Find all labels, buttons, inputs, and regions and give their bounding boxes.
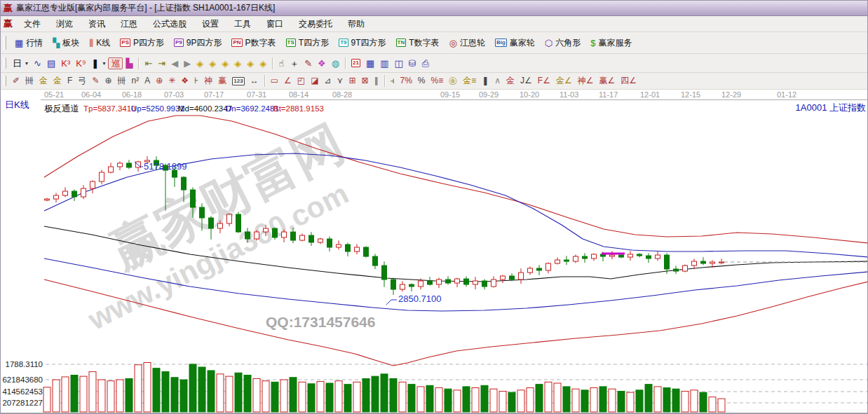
- kline-3-button[interactable]: K³: [58, 57, 73, 69]
- winner-service-button[interactable]: $赢家服务: [585, 35, 637, 51]
- gann-circle-tool[interactable]: ⊕: [102, 75, 114, 87]
- dropdown-arrow-icon[interactable]: ▾: [102, 60, 105, 67]
- period-day-dropdown[interactable]: 日▾: [10, 57, 31, 69]
- gold-box-tool[interactable]: 金: [503, 75, 517, 87]
- f-grid-tool[interactable]: F: [65, 75, 75, 87]
- calculator-button[interactable]: ▦: [363, 57, 377, 69]
- menu-item-0[interactable]: 文件: [16, 17, 48, 32]
- p-number-table-button[interactable]: PNP数字表: [226, 35, 280, 51]
- angle-a-tool[interactable]: A: [142, 75, 153, 87]
- menu-item-5[interactable]: 设置: [194, 17, 226, 32]
- v-lines-tool[interactable]: ⋎: [334, 75, 346, 87]
- pattern-tool-button[interactable]: 巡: [108, 57, 123, 69]
- grid-box-tool[interactable]: ⊠: [358, 75, 371, 87]
- prev-page-button[interactable]: ◀: [168, 57, 181, 69]
- time-grid2-tool[interactable]: 卌: [115, 75, 129, 87]
- select-box-tool[interactable]: ▭: [268, 75, 281, 87]
- gold-angle-tool[interactable]: 金∠: [553, 75, 575, 87]
- fan-lines-tool[interactable]: ∠: [281, 75, 294, 87]
- last-page-button[interactable]: ⇥: [155, 57, 168, 69]
- report-notes-button[interactable]: ▥: [377, 57, 391, 69]
- ying-angle-tool[interactable]: 赢∠: [596, 75, 618, 87]
- menu-item-8[interactable]: 交易委托: [291, 17, 340, 32]
- t-number-table-button[interactable]: TNT数字表: [391, 35, 445, 51]
- ruler-123-tool[interactable]: 123: [229, 76, 247, 87]
- percent-tool[interactable]: %: [415, 75, 428, 87]
- market-quotes-button[interactable]: ▦行情: [10, 35, 48, 51]
- ying-grid-tool[interactable]: 赢: [215, 75, 229, 87]
- menu-item-4[interactable]: 公式选股: [145, 17, 194, 32]
- zoom-out-v-button[interactable]: ◈: [219, 57, 231, 69]
- region-globe-button[interactable]: ◍: [329, 57, 342, 69]
- n-square-tool[interactable]: n²: [129, 75, 142, 87]
- kline-chart-canvas[interactable]: 赢家财富网www.yingjia360.com05-2106-0406-1807…: [1, 90, 868, 414]
- info-panel-button[interactable]: ▤: [44, 57, 58, 69]
- trend-angle-tool[interactable]: ⊿: [322, 75, 334, 87]
- winner-wheel-button[interactable]: Big赢家轮: [490, 35, 540, 51]
- calendar-button[interactable]: 21: [348, 57, 363, 69]
- annotate-pen-button[interactable]: ✎: [301, 57, 315, 69]
- dropdown-arrow-icon[interactable]: ▾: [25, 60, 28, 67]
- hand-drag-button[interactable]: ☝: [276, 57, 287, 69]
- wave-a-tool[interactable]: ∧: [491, 75, 503, 87]
- toolbar-grip[interactable]: [4, 36, 6, 50]
- first-page-button[interactable]: ⇤: [142, 57, 155, 69]
- menu-item-1[interactable]: 浏览: [48, 17, 81, 32]
- kline-flag-tool[interactable]: ⊦: [191, 75, 201, 87]
- kline-button[interactable]: ⫼K线: [84, 35, 115, 51]
- zoom-in-h-button[interactable]: ◈: [206, 57, 219, 69]
- star-burst-tool[interactable]: ✳: [165, 75, 178, 87]
- flag-stamp-button[interactable]: ❖: [315, 57, 329, 69]
- overlay-curve-button[interactable]: ∿: [31, 57, 44, 69]
- percent7-angle-tool[interactable]: 7%: [398, 75, 415, 87]
- nine-p-square-button[interactable]: P99P四方形: [169, 35, 226, 51]
- kline-9-button[interactable]: K⁹: [73, 57, 88, 69]
- si-angle-tool[interactable]: 四∠: [618, 75, 639, 87]
- time-grid-tool[interactable]: 卌: [22, 75, 36, 87]
- gold-grid2-tool[interactable]: 金: [50, 75, 65, 87]
- menu-item-7[interactable]: 窗口: [259, 17, 291, 32]
- measure-pen-tool[interactable]: ✎: [89, 75, 102, 87]
- gold-circle-tool[interactable]: ㊎: [446, 75, 460, 87]
- hexagon-button[interactable]: ⬡六角形: [540, 35, 585, 51]
- t-square-button[interactable]: TST四方形: [281, 35, 334, 51]
- nine-t-square-button[interactable]: T99T四方形: [334, 35, 391, 51]
- title-bar[interactable]: 赢 赢家江恩专业版[赢家内部服务平台] - [上证指数 SH1A0001-167…: [1, 1, 867, 16]
- menu-item-6[interactable]: 工具: [226, 17, 259, 32]
- square-burst-tool[interactable]: ❖: [178, 75, 191, 87]
- box-fan-tool[interactable]: ◰: [294, 75, 308, 87]
- candle-style-dropdown[interactable]: ❚▾: [88, 57, 108, 69]
- candle-pen-tool[interactable]: ❚: [479, 75, 491, 87]
- f-angle-tool[interactable]: F∠: [535, 75, 553, 87]
- spiral-grid-tool[interactable]: 弓: [75, 75, 89, 87]
- side-kline-tool[interactable]: ⫞: [388, 75, 398, 87]
- toolbar-grip[interactable]: [4, 57, 6, 69]
- shrink-all-button[interactable]: ◈: [257, 57, 269, 69]
- grid-star-tool[interactable]: ⊞: [346, 75, 358, 87]
- next-page-button[interactable]: ▶: [181, 57, 194, 69]
- toolbar-grip[interactable]: [4, 76, 6, 86]
- menu-item-2[interactable]: 资讯: [81, 17, 113, 32]
- j-angle-tool[interactable]: J∠: [517, 75, 535, 87]
- brush-tool[interactable]: ✐: [10, 75, 22, 87]
- sector-button[interactable]: ▚板块: [48, 35, 84, 51]
- circle-cross-tool[interactable]: ⊕: [153, 75, 165, 87]
- expand-all-button[interactable]: ◈: [244, 57, 257, 69]
- crosshair-button[interactable]: ＋: [287, 57, 301, 69]
- zoom-in-v-button[interactable]: ◈: [231, 57, 244, 69]
- span-arrow-tool[interactable]: ↔: [247, 75, 262, 87]
- parallel-lines-tool[interactable]: ∥: [372, 75, 381, 87]
- shen-grid-tool[interactable]: 神: [201, 75, 215, 87]
- gann-wheel-button[interactable]: ◎江恩轮: [445, 35, 490, 51]
- gold-grid-tool[interactable]: 金: [36, 75, 50, 87]
- network-button[interactable]: ⛁: [406, 57, 419, 69]
- color-histogram-button[interactable]: ▙: [123, 57, 135, 69]
- percent-lines-tool[interactable]: %≡: [428, 75, 447, 87]
- gold-lines-tool[interactable]: 金≡: [460, 75, 479, 87]
- print-button[interactable]: ⎙: [419, 57, 432, 69]
- save-button[interactable]: ◫: [392, 57, 406, 69]
- shen-angle-tool[interactable]: 神∠: [575, 75, 597, 87]
- zoom-out-h-button[interactable]: ◈: [194, 57, 206, 69]
- box-shade-tool[interactable]: ◪: [308, 75, 321, 87]
- p-square-button[interactable]: PSP四方形: [115, 35, 169, 51]
